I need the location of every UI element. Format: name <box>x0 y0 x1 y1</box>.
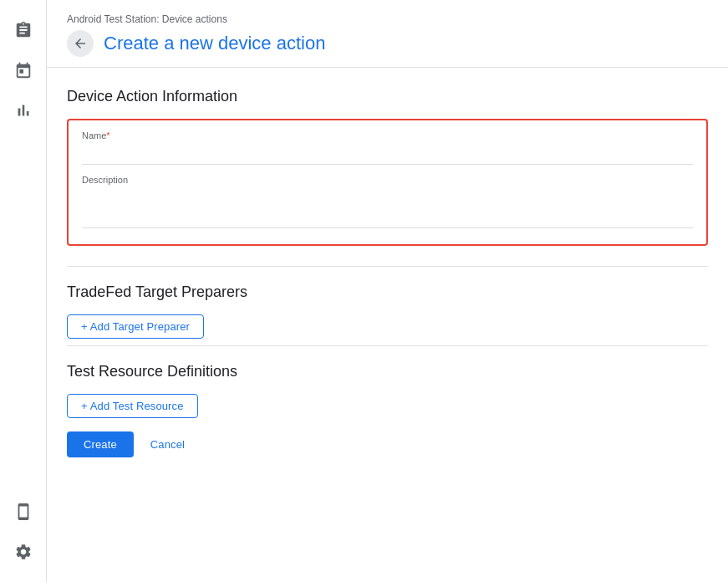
tradefed-title: TradeFed Target Preparers <box>67 283 708 301</box>
main-content: Android Test Station: Device actions Cre… <box>47 0 728 582</box>
back-button[interactable] <box>67 30 94 57</box>
sidebar-icon-clipboard[interactable] <box>7 13 40 47</box>
description-label: Description <box>82 175 693 185</box>
sidebar-icon-device[interactable] <box>7 495 40 528</box>
page-header: Android Test Station: Device actions Cre… <box>47 0 728 68</box>
test-resource-title: Test Resource Definitions <box>67 363 708 380</box>
add-test-resource-button[interactable]: + Add Test Resource <box>67 394 198 418</box>
test-resource-section: Test Resource Definitions + Add Test Res… <box>67 363 708 418</box>
sidebar <box>0 0 47 582</box>
device-action-info-title: Device Action Information <box>67 88 708 105</box>
create-button[interactable]: Create <box>67 431 134 457</box>
sidebar-icon-calendar[interactable] <box>7 54 40 87</box>
page-title: Create a new device action <box>104 33 325 54</box>
section-divider-1 <box>67 266 708 267</box>
section-divider-2 <box>67 345 708 346</box>
description-field: Description <box>82 175 693 231</box>
sidebar-icon-chart[interactable] <box>7 94 40 127</box>
breadcrumb: Android Test Station: Device actions <box>67 13 708 25</box>
sidebar-icon-settings[interactable] <box>7 535 40 569</box>
tradefed-section: TradeFed Target Preparers + Add Target P… <box>67 283 708 339</box>
device-action-info-section: Device Action Information Name* Descript… <box>67 88 708 246</box>
name-input[interactable] <box>82 144 693 165</box>
device-action-form-card: Name* Description <box>67 119 708 246</box>
form-actions: Create Cancel <box>67 431 708 457</box>
cancel-button[interactable]: Cancel <box>140 431 195 457</box>
form-content: Device Action Information Name* Descript… <box>47 68 728 582</box>
add-target-preparer-button[interactable]: + Add Target Preparer <box>67 314 204 339</box>
name-label: Name* <box>82 130 693 140</box>
description-input[interactable] <box>82 188 693 228</box>
name-field: Name* <box>82 130 693 165</box>
